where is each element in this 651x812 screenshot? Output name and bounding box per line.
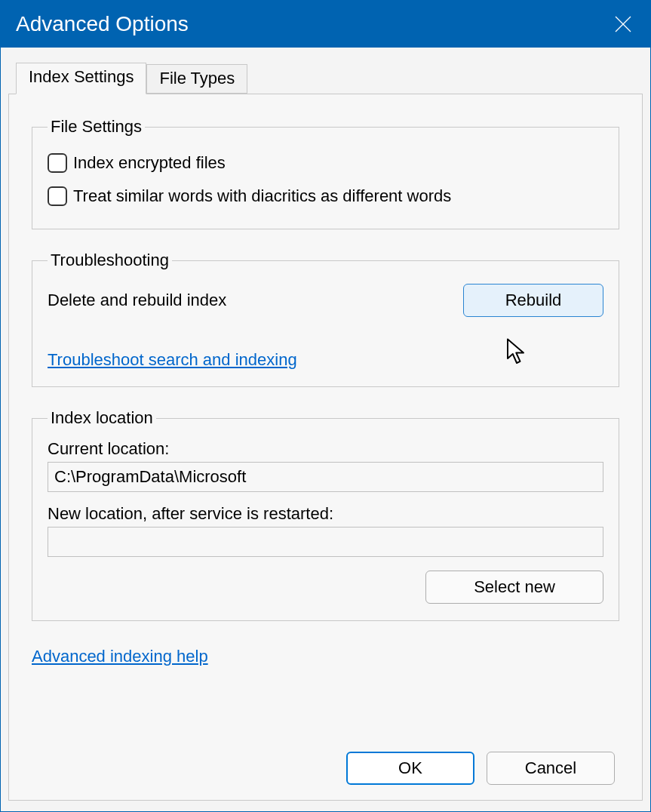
label-delete-rebuild: Delete and rebuild index — [48, 291, 226, 310]
close-icon[interactable] — [605, 6, 641, 42]
row-index-encrypted: Index encrypted files — [48, 153, 603, 173]
select-new-button[interactable]: Select new — [425, 571, 603, 604]
index-location-group: Index location Current location: C:\Prog… — [32, 408, 619, 621]
tab-index-settings[interactable]: Index Settings — [16, 63, 146, 94]
row-rebuild: Delete and rebuild index Rebuild — [48, 278, 603, 317]
troubleshoot-link[interactable]: Troubleshoot search and indexing — [48, 350, 297, 370]
tab-panel: File Settings Index encrypted files Trea… — [8, 94, 643, 801]
advanced-indexing-help-link[interactable]: Advanced indexing help — [32, 647, 619, 666]
advanced-options-window: Advanced Options Index Settings File Typ… — [0, 0, 651, 812]
checkbox-index-encrypted[interactable] — [48, 153, 67, 173]
file-settings-legend: File Settings — [48, 117, 145, 137]
new-location-label: New location, after service is restarted… — [48, 504, 603, 524]
file-settings-group: File Settings Index encrypted files Trea… — [32, 117, 619, 229]
troubleshooting-legend: Troubleshooting — [48, 251, 172, 270]
label-index-encrypted: Index encrypted files — [73, 153, 226, 173]
rebuild-button[interactable]: Rebuild — [463, 284, 603, 317]
client-area: Index Settings File Types File Settings … — [1, 48, 650, 811]
cancel-button[interactable]: Cancel — [487, 752, 615, 785]
current-location-label: Current location: — [48, 439, 603, 459]
tab-file-types[interactable]: File Types — [146, 64, 247, 94]
window-title: Advanced Options — [16, 12, 189, 36]
index-location-legend: Index location — [48, 408, 156, 428]
tab-strip: Index Settings File Types — [16, 63, 643, 94]
new-location-value — [48, 527, 603, 557]
row-select-new: Select new — [48, 571, 603, 604]
checkbox-diacritics[interactable] — [48, 186, 67, 206]
current-location-value: C:\ProgramData\Microsoft — [48, 462, 603, 492]
label-diacritics: Treat similar words with diacritics as d… — [73, 186, 451, 206]
titlebar: Advanced Options — [1, 1, 650, 48]
dialog-buttons: OK Cancel — [32, 747, 619, 785]
ok-button[interactable]: OK — [346, 752, 474, 785]
row-diacritics: Treat similar words with diacritics as d… — [48, 186, 603, 206]
troubleshooting-group: Troubleshooting Delete and rebuild index… — [32, 251, 619, 387]
